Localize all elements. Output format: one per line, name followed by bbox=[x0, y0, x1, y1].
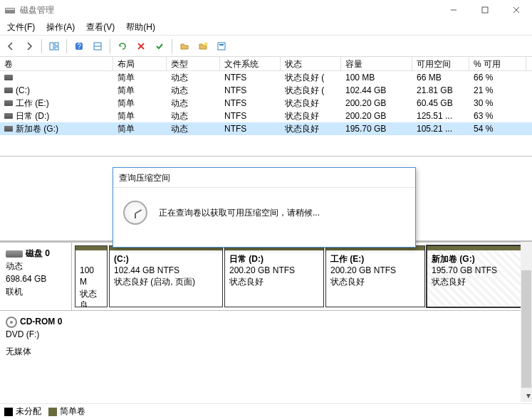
cell-status: 状态良好 ( bbox=[281, 71, 341, 85]
cdrom-name: CD-ROM 0 bbox=[20, 317, 62, 327]
menu-action[interactable]: 操作(A) bbox=[42, 20, 79, 35]
disk-0-pane: 磁盘 0 动态 698.64 GB 联机 100 M状态良(C:)102.44 … bbox=[0, 240, 532, 310]
svg-rect-7 bbox=[55, 43, 58, 46]
forward-button[interactable] bbox=[21, 38, 37, 54]
properties-button[interactable] bbox=[214, 38, 229, 54]
volume-name: (C:) bbox=[16, 85, 30, 95]
cell-layout: 简单 bbox=[113, 97, 167, 110]
partition-title: 日常 (D:) bbox=[229, 254, 264, 264]
scrollbar-arrow-icon[interactable]: ▾ bbox=[526, 391, 531, 401]
cell-status: 状态良好 bbox=[281, 122, 341, 136]
svg-rect-1 bbox=[6, 9, 14, 10]
help-button[interactable]: ? bbox=[71, 38, 87, 54]
back-button[interactable] bbox=[3, 38, 19, 54]
delete-button[interactable] bbox=[133, 38, 149, 54]
partition[interactable]: 新加卷 (G:)195.70 GB NTFS状态良好 bbox=[427, 245, 528, 307]
partition-title: 新加卷 (G:) bbox=[432, 254, 475, 264]
cell-layout: 简单 bbox=[113, 122, 167, 136]
disk-0-header[interactable]: 磁盘 0 动态 698.64 GB 联机 bbox=[0, 243, 72, 310]
disk-0-size: 698.64 GB bbox=[6, 272, 66, 285]
cell-type: 动态 bbox=[167, 122, 220, 136]
cell-percent: 21 % bbox=[469, 85, 526, 96]
cdrom-empty bbox=[83, 311, 532, 377]
table-row[interactable]: (C:)简单动态NTFS状态良好 (102.44 GB21.81 GB21 % bbox=[0, 84, 532, 97]
check-button[interactable] bbox=[152, 38, 167, 54]
cell-status: 状态良好 bbox=[281, 110, 341, 123]
volume-icon bbox=[4, 87, 13, 93]
volume-icon bbox=[4, 75, 13, 80]
volume-name: 工作 (E:) bbox=[16, 97, 49, 110]
partition[interactable]: (C:)102.44 GB NTFS状态良好 (启动, 页面) bbox=[109, 245, 223, 307]
cell-capacity: 102.44 GB bbox=[341, 85, 412, 96]
folder-button[interactable] bbox=[177, 38, 192, 54]
partition-size: 195.70 GB NTFS bbox=[432, 265, 497, 275]
toolbar-separator bbox=[66, 39, 67, 53]
partition-title: 工作 (E:) bbox=[330, 254, 364, 264]
col-percent[interactable]: % 可用 bbox=[469, 57, 526, 70]
scrollbar-vertical[interactable]: ▾ bbox=[521, 242, 532, 402]
col-capacity[interactable]: 容量 bbox=[341, 57, 412, 70]
app-icon bbox=[4, 4, 16, 16]
layout-button[interactable] bbox=[46, 38, 62, 54]
partition-status: 状态良好 (启动, 页面) bbox=[114, 277, 195, 287]
minimize-button[interactable] bbox=[438, 0, 469, 20]
volume-icon bbox=[4, 100, 13, 106]
disk-icon bbox=[6, 250, 23, 258]
table-row[interactable]: 工作 (E:)简单动态NTFS状态良好200.20 GB60.45 GB30 % bbox=[0, 97, 532, 110]
col-filesystem[interactable]: 文件系统 bbox=[220, 57, 281, 70]
menu-file[interactable]: 文件(F) bbox=[3, 20, 39, 35]
cdrom-header[interactable]: CD-ROM 0 DVD (F:) 无媒体 bbox=[0, 311, 83, 377]
menu-view[interactable]: 查看(V) bbox=[82, 20, 119, 35]
volume-list-header: 卷 布局 类型 文件系统 状态 容量 可用空间 % 可用 bbox=[0, 57, 532, 71]
cell-capacity: 200.20 GB bbox=[341, 97, 412, 109]
menu-help[interactable]: 帮助(H) bbox=[122, 20, 160, 35]
toolbar-separator bbox=[172, 39, 172, 53]
dialog-title: 查询压缩空间 bbox=[113, 168, 415, 188]
maximize-button[interactable] bbox=[469, 0, 501, 20]
cell-filesystem: NTFS bbox=[220, 123, 281, 134]
cdrom-drive: DVD (F:) bbox=[6, 328, 77, 341]
col-status[interactable]: 状态 bbox=[281, 57, 341, 70]
cell-capacity: 195.70 GB bbox=[341, 123, 412, 134]
window-controls bbox=[438, 0, 532, 20]
svg-rect-16 bbox=[218, 43, 225, 50]
cd-icon bbox=[6, 317, 17, 328]
svg-rect-6 bbox=[50, 43, 53, 50]
dialog-body: 正在查询卷以获取可用压缩空间，请稍候... bbox=[113, 188, 415, 238]
cell-percent: 30 % bbox=[469, 97, 526, 109]
volume-list[interactable]: 简单动态NTFS状态良好 (100 MB66 MB66 % (C:)简单动态NT… bbox=[0, 71, 532, 157]
folder-new-button[interactable] bbox=[195, 38, 211, 54]
cell-layout: 简单 bbox=[113, 110, 167, 123]
legend-simple-volume: 简单卷 bbox=[48, 405, 85, 418]
volume-icon bbox=[4, 113, 13, 119]
cell-free: 60.45 GB bbox=[412, 97, 469, 109]
cell-type: 动态 bbox=[167, 71, 220, 85]
cell-status: 状态良好 ( bbox=[281, 84, 341, 97]
partition[interactable]: 工作 (E:)200.20 GB NTFS状态良好 bbox=[325, 245, 425, 307]
disk-0-partitions: 100 M状态良(C:)102.44 GB NTFS状态良好 (启动, 页面)日… bbox=[72, 243, 532, 310]
close-button[interactable] bbox=[501, 0, 532, 20]
refresh-button[interactable] bbox=[115, 38, 130, 54]
svg-text:?: ? bbox=[77, 43, 81, 51]
cell-layout: 简单 bbox=[113, 71, 167, 85]
table-row[interactable]: 简单动态NTFS状态良好 (100 MB66 MB66 % bbox=[0, 71, 532, 84]
scrollbar-thumb[interactable] bbox=[521, 270, 531, 388]
cell-status: 状态良好 bbox=[281, 97, 341, 110]
disk-0-type: 动态 bbox=[6, 260, 66, 272]
col-free[interactable]: 可用空间 bbox=[412, 57, 469, 70]
window-titlebar: 磁盘管理 bbox=[0, 0, 532, 20]
list-view-button[interactable] bbox=[90, 38, 105, 54]
volume-icon bbox=[4, 126, 13, 132]
table-row[interactable]: 日常 (D:)简单动态NTFS状态良好200.20 GB125.51 ...63… bbox=[0, 110, 532, 122]
partition-title: (C:) bbox=[114, 254, 129, 264]
shrink-query-dialog: 查询压缩空间 正在查询卷以获取可用压缩空间，请稍候... bbox=[113, 167, 416, 248]
partition[interactable]: 100 M状态良 bbox=[75, 245, 108, 307]
partition[interactable]: 日常 (D:)200.20 GB NTFS状态良好 bbox=[224, 245, 324, 307]
clock-icon bbox=[123, 201, 147, 225]
table-row[interactable]: 新加卷 (G:)简单动态NTFS状态良好195.70 GB105.21 ...5… bbox=[0, 122, 532, 135]
col-type[interactable]: 类型 bbox=[167, 57, 220, 70]
cell-type: 动态 bbox=[167, 84, 220, 97]
col-layout[interactable]: 布局 bbox=[113, 57, 167, 70]
cell-percent: 54 % bbox=[469, 123, 526, 134]
col-volume[interactable]: 卷 bbox=[0, 57, 113, 70]
